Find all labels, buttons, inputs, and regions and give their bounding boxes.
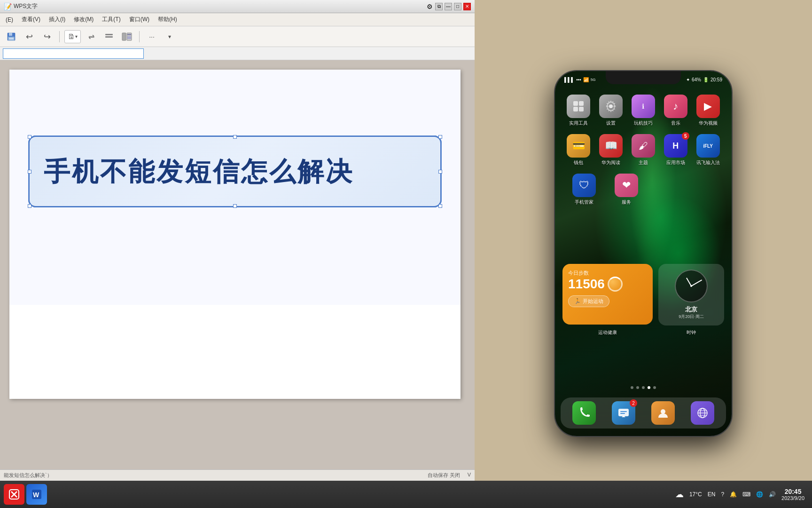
app-security[interactable]: 🛡 手机管家 (570, 174, 598, 206)
slide-panel-btn[interactable] (119, 30, 134, 44)
app-tools[interactable]: 实用工具 (564, 95, 593, 127)
menu-window[interactable]: 窗口(W) (125, 15, 153, 24)
sound-icon[interactable]: 🔊 (769, 491, 776, 498)
resize-handle-tl[interactable] (28, 135, 31, 139)
svg-point-14 (609, 104, 613, 108)
page-indicator (555, 386, 732, 389)
dock-browser[interactable] (691, 401, 714, 425)
settings-btn[interactable]: ⚙ (426, 3, 433, 10)
app-service[interactable]: ❤ 服务 (612, 174, 640, 206)
redo-button[interactable]: ↪ (39, 30, 55, 44)
save-button[interactable] (4, 30, 19, 44)
app-reading[interactable]: 📖 华为阅读 (597, 134, 625, 166)
dot-1[interactable] (631, 386, 633, 389)
start-exercise-btn[interactable]: 🏃 开始运动 (568, 295, 609, 307)
resize-handle-tm[interactable] (233, 135, 237, 139)
dock-phone[interactable] (572, 401, 596, 425)
resize-handle-br[interactable] (438, 204, 442, 208)
close-btn[interactable]: ✕ (463, 3, 471, 10)
taskbar-app-wps[interactable]: W (26, 484, 47, 505)
menu-insert[interactable]: 插入(I) (45, 15, 69, 24)
view-mode: V (468, 472, 471, 479)
format-dropdown[interactable]: 🖺 ▾ (64, 30, 81, 43)
language-indicator[interactable]: EN (708, 491, 716, 498)
format-dropdown-arrow: ▾ (75, 34, 78, 39)
app-gaming[interactable]: ℹ 玩机技巧 (629, 95, 657, 127)
network-icon[interactable]: 🌐 (756, 491, 763, 498)
app-grid: 实用工具 设置 ℹ 玩机技巧 ♪ 音乐 (555, 90, 732, 218)
separator-1 (59, 31, 60, 42)
app-row-1: 实用工具 设置 ℹ 玩机技巧 ♪ 音乐 (562, 95, 724, 127)
appstore-label: 应用市场 (666, 159, 685, 166)
tools-label: 实用工具 (569, 120, 588, 127)
restore-btn[interactable]: ⧉ (435, 3, 443, 10)
menu-help[interactable]: 帮助(H) (154, 15, 181, 24)
step-circle-icon (608, 277, 623, 292)
document-canvas: 手机不能发短信怎么解决 (0, 60, 475, 508)
clock-center (690, 285, 692, 287)
help-icon[interactable]: ? (721, 491, 724, 498)
resize-handle-bm[interactable] (233, 204, 237, 208)
fitness-widget[interactable]: 今日步数 11506 🏃 开始运动 (562, 264, 653, 325)
dot-2[interactable] (636, 386, 639, 389)
resize-handle-rm[interactable] (438, 170, 442, 174)
app-row-2: 💳 钱包 📖 华为阅读 🖌 主题 H 5 (562, 134, 724, 166)
taskbar: W ☁ 17°C EN ? 🔔 ⌨ 🌐 🔊 20:45 2023/9/20 (0, 481, 812, 508)
dock-sms[interactable]: 2 (612, 401, 635, 425)
menu-view[interactable]: 查看(V) (18, 15, 44, 24)
taskbar-app-error[interactable] (4, 484, 24, 505)
more-button[interactable]: ··· (144, 30, 159, 44)
weather-icon: ☁ (675, 489, 684, 500)
app-settings[interactable]: 设置 (597, 95, 625, 127)
auto-save-status: 自动保存 关闭 (428, 472, 460, 479)
app-row-3: 🛡 手机管家 ❤ 服务 (562, 174, 724, 206)
wallet-icon: 💳 (567, 134, 590, 158)
phone-signal-area: ▌▌▌ ••• 📶 5G (564, 77, 595, 82)
resize-handle-tr[interactable] (438, 135, 442, 139)
battery-pct: 64% (692, 77, 701, 82)
window-controls: ⚙ ⧉ — □ ✕ (426, 3, 471, 10)
resize-handle-bl[interactable] (28, 204, 31, 208)
undo-button[interactable]: ↩ (22, 30, 37, 44)
app-appstore[interactable]: H 5 应用市场 (662, 134, 690, 166)
app-music[interactable]: ♪ 音乐 (662, 95, 690, 127)
menu-tools[interactable]: 工具(T) (98, 15, 124, 24)
app-theme[interactable]: 🖌 主题 (629, 134, 657, 166)
iflytek-label: 讯飞输入法 (696, 159, 720, 166)
editor-window: 📝 WPS文字 ⚙ ⧉ — □ ✕ (E) 查看(V) 插入(I) 修改(M) … (0, 0, 475, 508)
phone-container: ▌▌▌ ••• 📶 5G ✦ 64% 🔋 20:59 (475, 13, 812, 494)
service-label: 服务 (622, 199, 631, 206)
menu-file[interactable]: (E) (2, 16, 17, 24)
app-video[interactable]: ▶ 华为视频 (694, 95, 722, 127)
fitness-title: 今日步数 (568, 270, 647, 277)
svg-text:W: W (33, 491, 39, 499)
dot-3[interactable] (642, 386, 645, 389)
wallet-label: 钱包 (574, 159, 583, 166)
status-bar: 能发短信怎么解决`） 自动保存 关闭 V (0, 469, 475, 481)
app-wallet[interactable]: 💳 钱包 (564, 134, 593, 166)
battery-icon: 🔋 (703, 77, 709, 82)
phone-dock: 2 (561, 397, 726, 429)
signal-dots: ••• (576, 77, 581, 82)
view-btn[interactable]: ⇌ (84, 30, 99, 44)
notification-icon[interactable]: 🔔 (730, 491, 737, 498)
title-text-box[interactable]: 手机不能发短信怎么解决 (28, 135, 442, 207)
more-dropdown[interactable]: ▾ (162, 30, 177, 44)
keyboard-icon[interactable]: ⌨ (742, 491, 750, 498)
maximize-btn[interactable]: □ (454, 3, 461, 10)
resize-handle-lm[interactable] (28, 170, 31, 174)
dock-contacts[interactable] (651, 401, 675, 425)
dot-5[interactable] (653, 386, 656, 389)
minimize-btn[interactable]: — (445, 3, 452, 10)
run-icon: 🏃 (574, 298, 581, 304)
system-clock[interactable]: 20:45 2023/9/20 (781, 488, 804, 501)
app-iflytek[interactable]: iFLY 讯飞输入法 (694, 134, 722, 166)
widget-area: 今日步数 11506 🏃 开始运动 运动健康 (562, 264, 724, 336)
dot-4[interactable] (648, 386, 650, 389)
search-input[interactable] (3, 48, 144, 59)
title-bar: 📝 WPS文字 ⚙ ⧉ — □ ✕ (0, 0, 475, 13)
bluetooth-icon: ✦ (686, 77, 690, 82)
clock-widget[interactable]: 北京 9月20日·周二 (658, 264, 724, 325)
outline-btn[interactable] (102, 30, 117, 44)
menu-modify[interactable]: 修改(M) (70, 15, 97, 24)
